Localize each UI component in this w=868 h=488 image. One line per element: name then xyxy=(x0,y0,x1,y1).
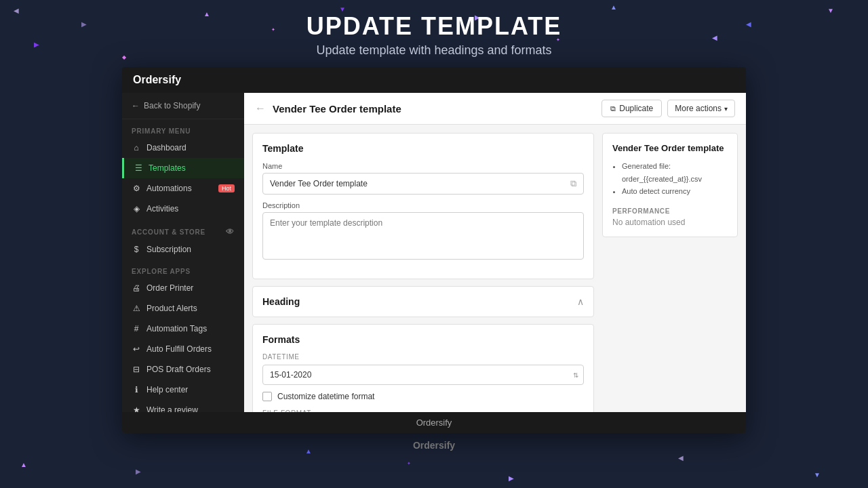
sidebar-item-label: Write a review xyxy=(146,405,198,412)
generated-file-value: order_{{created_at}}.csv xyxy=(622,175,702,183)
sidebar-item-label: Dashboard xyxy=(146,143,186,152)
customize-datetime-checkbox[interactable] xyxy=(262,392,272,401)
datetime-group: DATETIME 15-01-202001-15-20202020-01-15 … xyxy=(262,353,584,385)
info-column: Vender Tee Order template Generated file… xyxy=(602,133,738,404)
help-icon: ℹ xyxy=(132,385,141,394)
generated-file-label: Generated file: xyxy=(622,162,671,170)
template-card: Template Name Vender Tee Order template … xyxy=(252,133,594,279)
pos-icon: ⊟ xyxy=(132,365,141,374)
datetime-select[interactable]: 15-01-202001-15-20202020-01-15 xyxy=(262,365,584,385)
printer-icon: 🖨 xyxy=(132,283,141,293)
tag-icon: # xyxy=(132,324,141,333)
auto-detect-label: Auto detect currency xyxy=(622,187,690,195)
template-icon: ☰ xyxy=(134,163,143,173)
generated-file-item: Generated file: order_{{created_at}}.csv xyxy=(622,160,728,185)
sidebar-item-automation-tags[interactable]: # Automation Tags xyxy=(122,319,244,339)
auto-detect-item: Auto detect currency xyxy=(622,185,728,198)
chevron-down-icon: ▾ xyxy=(724,105,728,113)
chevron-up-icon: ∧ xyxy=(577,296,584,307)
content-title: Vender Tee Order template xyxy=(273,103,401,115)
page-header: UPDATE TEMPLATE Update template with hea… xyxy=(0,0,868,67)
description-textarea[interactable] xyxy=(262,212,584,260)
app-topbar: Ordersify xyxy=(122,67,746,93)
formats-title: Formats xyxy=(262,334,584,345)
sidebar-item-product-alerts[interactable]: ⚠ Product Alerts xyxy=(122,298,244,319)
alert-icon: ⚠ xyxy=(132,304,141,313)
customize-datetime-row: Customize datetime format xyxy=(262,392,584,401)
primary-menu-label: PRIMARY MENU xyxy=(122,119,244,138)
eye-icon: 👁 xyxy=(226,227,235,237)
name-field-group: Name Vender Tee Order template ⧉ xyxy=(262,162,584,195)
back-to-shopify[interactable]: ← Back to Shopify xyxy=(122,93,244,119)
sidebar-item-order-printer[interactable]: 🖨 Order Printer xyxy=(122,278,244,298)
sidebar-item-automations[interactable]: ⚙ Automations Hot xyxy=(122,178,244,199)
header-right: ⧉ Duplicate More actions ▾ xyxy=(601,100,735,117)
datetime-label: DATETIME xyxy=(262,353,584,361)
sidebar: ← Back to Shopify PRIMARY MENU ⌂ Dashboa… xyxy=(122,93,244,412)
info-list: Generated file: order_{{created_at}}.csv… xyxy=(612,160,728,198)
performance-label: PERFORMANCE xyxy=(612,207,728,215)
hot-badge: Hot xyxy=(218,184,235,192)
datetime-select-wrapper: 15-01-202001-15-20202020-01-15 ⇅ xyxy=(262,365,584,385)
star-icon: ★ xyxy=(132,405,141,412)
activity-icon: ◈ xyxy=(132,204,141,214)
sidebar-item-label: Automation Tags xyxy=(146,324,207,333)
sidebar-item-label: POS Draft Orders xyxy=(146,365,211,374)
sidebar-item-label: Automations xyxy=(146,184,192,193)
app-window: Ordersify ← Back to Shopify PRIMARY MENU… xyxy=(122,67,746,433)
name-label: Name xyxy=(262,162,584,170)
brand-name: Ordersify xyxy=(133,74,181,85)
name-input[interactable]: Vender Tee Order template ⧉ xyxy=(262,173,584,195)
content-back-arrow[interactable]: ← xyxy=(255,103,266,114)
template-card-title: Template xyxy=(262,143,584,154)
sidebar-item-label: Subscription xyxy=(146,245,191,254)
explore-section-label: EXPLORE APPS xyxy=(122,260,244,278)
account-section-label: ACCOUNT & STORE 👁 xyxy=(122,219,244,239)
home-icon: ⌂ xyxy=(132,143,141,152)
description-label: Description xyxy=(262,201,584,209)
subscription-icon: $ xyxy=(132,245,141,254)
performance-value: No automation used xyxy=(612,218,728,227)
heading-accordion-header[interactable]: Heading ∧ xyxy=(253,287,593,317)
gear-icon: ⚙ xyxy=(132,184,141,193)
info-card-title: Vender Tee Order template xyxy=(612,143,728,153)
duplicate-button[interactable]: ⧉ Duplicate xyxy=(601,100,662,117)
content-scroll-area: Template Name Vender Tee Order template … xyxy=(244,125,746,412)
formats-card: Formats DATETIME 15-01-202001-15-2020202… xyxy=(252,324,594,412)
heading-title: Heading xyxy=(262,296,300,307)
app-footer: Ordersify xyxy=(122,412,746,433)
sidebar-item-label: Product Alerts xyxy=(146,304,197,313)
sidebar-item-label: Order Printer xyxy=(146,283,193,293)
sidebar-item-help[interactable]: ℹ Help center xyxy=(122,380,244,400)
sidebar-item-auto-fulfill[interactable]: ↩ Auto Fulfill Orders xyxy=(122,339,244,359)
bottom-brand: Ordersify xyxy=(413,440,455,451)
content-header: ← Vender Tee Order template ⧉ Duplicate … xyxy=(244,93,746,125)
sidebar-item-templates[interactable]: ☰ Templates xyxy=(122,158,244,178)
copy-icon: ⧉ xyxy=(610,104,616,113)
form-column: Template Name Vender Tee Order template … xyxy=(252,133,594,404)
sidebar-item-label: Templates xyxy=(149,163,186,173)
description-field-group: Description xyxy=(262,201,584,262)
sidebar-item-pos-draft[interactable]: ⊟ POS Draft Orders xyxy=(122,359,244,380)
more-actions-button[interactable]: More actions ▾ xyxy=(667,100,735,117)
page-subtitle: Update template with headings and format… xyxy=(0,43,868,58)
sidebar-item-activities[interactable]: ◈ Activities xyxy=(122,199,244,219)
copy-name-icon: ⧉ xyxy=(570,178,576,189)
sidebar-item-subscription[interactable]: $ Subscription xyxy=(122,239,244,260)
page-title: UPDATE TEMPLATE xyxy=(0,12,868,41)
sidebar-item-label: Activities xyxy=(146,204,178,214)
back-arrow-icon: ← xyxy=(132,101,140,110)
header-left: ← Vender Tee Order template xyxy=(255,103,401,115)
heading-section: Heading ∧ xyxy=(252,286,594,317)
back-label: Back to Shopify xyxy=(144,101,200,110)
main-content: ← Vender Tee Order template ⧉ Duplicate … xyxy=(244,93,746,412)
sidebar-item-dashboard[interactable]: ⌂ Dashboard xyxy=(122,138,244,158)
app-body: ← Back to Shopify PRIMARY MENU ⌂ Dashboa… xyxy=(122,93,746,412)
info-card: Vender Tee Order template Generated file… xyxy=(602,133,738,237)
fulfill-icon: ↩ xyxy=(132,344,141,354)
footer-brand: Ordersify xyxy=(416,418,452,428)
sidebar-item-label: Help center xyxy=(146,385,188,394)
sidebar-item-review[interactable]: ★ Write a review xyxy=(122,400,244,412)
sidebar-item-label: Auto Fulfill Orders xyxy=(146,344,212,354)
bottom-footer: Ordersify xyxy=(0,433,868,458)
